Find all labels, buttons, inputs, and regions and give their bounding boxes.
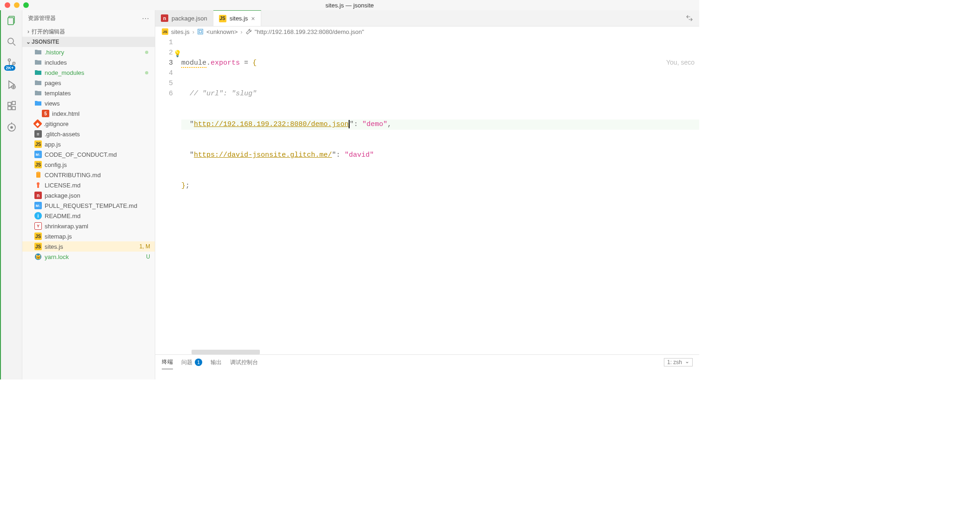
svg-line-3 [13, 43, 15, 46]
line-number: 4 [155, 68, 173, 79]
horizontal-scrollbar-thumb[interactable] [192, 350, 260, 354]
tree-item[interactable]: npackage.json [22, 190, 155, 200]
tree-item[interactable]: .history [22, 47, 155, 57]
git-icon: ◆ [33, 119, 42, 128]
breadcrumb-sep: › [192, 28, 194, 35]
tree-item-label: CONTRIBUTING.md [45, 172, 101, 179]
compare-changes-icon[interactable] [685, 14, 694, 22]
codelens-hint[interactable]: You, seco [666, 57, 695, 67]
code-line: // "url": "slug" [181, 89, 699, 99]
npm-icon: n [161, 14, 168, 22]
sidebar-title: 资源管理器 [28, 14, 56, 22]
markdown-icon: M↓ [34, 151, 42, 158]
tree-item[interactable]: ≡.glitch-assets [22, 129, 155, 139]
tree-item-label: .gitignore [44, 120, 68, 127]
explorer-icon[interactable] [5, 14, 18, 27]
folder-icon [34, 100, 42, 107]
svg-point-4 [8, 59, 10, 61]
sidebar-more-button[interactable]: ⋯ [142, 14, 149, 23]
tree-item[interactable]: templates [22, 88, 155, 98]
git-status: 1, M [139, 243, 150, 250]
tree-item[interactable]: LICENSE.md [22, 180, 155, 190]
folder-root-section[interactable]: ⌄ JSONSITE [22, 37, 155, 47]
source-control-icon[interactable]: 2K+ [5, 57, 18, 70]
tree-item-label: shrinkwrap.yaml [45, 223, 88, 230]
line-number: 1 [155, 38, 173, 48]
tree-item[interactable]: M↓PULL_REQUEST_TEMPLATE.md [22, 200, 155, 211]
modified-dot-icon [145, 71, 148, 74]
section-label: 打开的编辑器 [32, 28, 65, 36]
explorer-sidebar: 资源管理器 ⋯ › 打开的编辑器 ⌄ JSONSITE .historyincl… [22, 10, 155, 379]
svg-point-16 [11, 126, 13, 128]
tree-item[interactable]: pages [22, 78, 155, 88]
js-icon: JS [219, 15, 226, 22]
yarn-icon: 🐱 [34, 253, 42, 260]
gitlens-icon[interactable] [5, 121, 18, 134]
tree-item-label: README.md [45, 213, 80, 219]
open-editors-section[interactable]: › 打开的编辑器 [22, 27, 155, 37]
code-editor[interactable]: 1 2💡 3 4 5 6 module.exports = { // "url"… [155, 37, 699, 354]
breadcrumb[interactable]: JS sites.js › <unknown> › "http://192.16… [155, 27, 699, 37]
tree-item[interactable]: JSapp.js [22, 139, 155, 149]
terminal-selector[interactable]: 1: zsh [664, 358, 693, 366]
tree-item[interactable]: ◆.gitignore [22, 119, 155, 129]
file-tree[interactable]: .historyincludesnode_modulespagestemplat… [22, 47, 155, 379]
breadcrumb-part[interactable]: "http://192.168.199.232:8080/demo.json" [255, 28, 364, 35]
gutter: 1 2💡 3 4 5 6 [155, 37, 181, 354]
window-close-button[interactable] [5, 2, 10, 8]
close-icon[interactable]: × [251, 15, 255, 22]
tree-item[interactable]: Yshrinkwrap.yaml [22, 221, 155, 231]
tree-item[interactable]: M↓CODE_OF_CONDUCT.md [22, 149, 155, 160]
breadcrumb-part[interactable]: sites.js [171, 28, 190, 35]
search-icon[interactable] [5, 35, 18, 48]
panel-tab-problems[interactable]: 问题 1 [181, 356, 202, 369]
tree-item-label: sites.js [45, 243, 63, 250]
tree-item[interactable]: CONTRIBUTING.md [22, 170, 155, 180]
tab-bar: n package.json JS sites.js × [155, 10, 699, 27]
code-line: module.exports = { [181, 58, 699, 68]
scm-badge: 2K+ [4, 65, 16, 71]
tree-item-label: .glitch-assets [45, 131, 80, 138]
info-icon: i [34, 212, 42, 219]
tree-item[interactable]: JSconfig.js [22, 160, 155, 170]
tree-item[interactable]: 5index.html [22, 108, 155, 119]
tree-item-label: package.json [45, 192, 80, 199]
tab-sites-js[interactable]: JS sites.js × [213, 10, 261, 26]
tree-item[interactable]: iREADME.md [22, 211, 155, 221]
svg-rect-1 [8, 18, 13, 25]
tab-package-json[interactable]: n package.json [155, 10, 213, 26]
tree-item[interactable]: views [22, 98, 155, 108]
bottom-panel: 终端 问题 1 输出 调试控制台 1: zsh [155, 354, 699, 379]
panel-tab-debug-console[interactable]: 调试控制台 [230, 356, 258, 369]
panel-tabs: 终端 问题 1 输出 调试控制台 1: zsh [155, 355, 699, 370]
tree-item[interactable]: includes [22, 57, 155, 67]
lightbulb-icon[interactable]: 💡 [173, 49, 181, 59]
yaml-icon: Y [34, 222, 42, 230]
panel-tab-terminal[interactable]: 终端 [162, 355, 173, 369]
window-minimize-button[interactable] [14, 2, 20, 8]
extensions-icon[interactable] [5, 100, 18, 113]
svg-rect-12 [8, 106, 11, 110]
line-number: 3 [155, 58, 173, 68]
chevron-down-icon: ⌄ [25, 39, 32, 45]
tree-item[interactable]: JSsitemap.js [22, 231, 155, 241]
tree-item[interactable]: JSsites.js1, M [22, 241, 155, 252]
sidebar-header: 资源管理器 ⋯ [22, 10, 155, 27]
tree-item-label: config.js [45, 161, 67, 168]
breadcrumb-part[interactable]: <unknown> [206, 28, 238, 35]
panel-tab-output[interactable]: 输出 [211, 356, 222, 369]
window-title: sites.js — jsonsite [325, 2, 374, 9]
folder-icon [34, 59, 42, 66]
chevron-right-icon: › [25, 28, 32, 35]
tree-item[interactable]: node_modules [22, 67, 155, 78]
run-debug-icon[interactable] [5, 78, 18, 91]
window-maximize-button[interactable] [23, 2, 29, 8]
folder-icon [34, 69, 42, 76]
tree-item-label: sitemap.js [45, 233, 72, 240]
activity-bar: 2K+ [0, 10, 22, 379]
svg-rect-25 [199, 30, 201, 33]
tab-label: sites.js [230, 15, 248, 22]
line-number: 6 [155, 89, 173, 99]
code-content[interactable]: module.exports = { // "url": "slug" "htt… [181, 37, 699, 354]
tree-item[interactable]: 🐱yarn.lockU [22, 252, 155, 262]
